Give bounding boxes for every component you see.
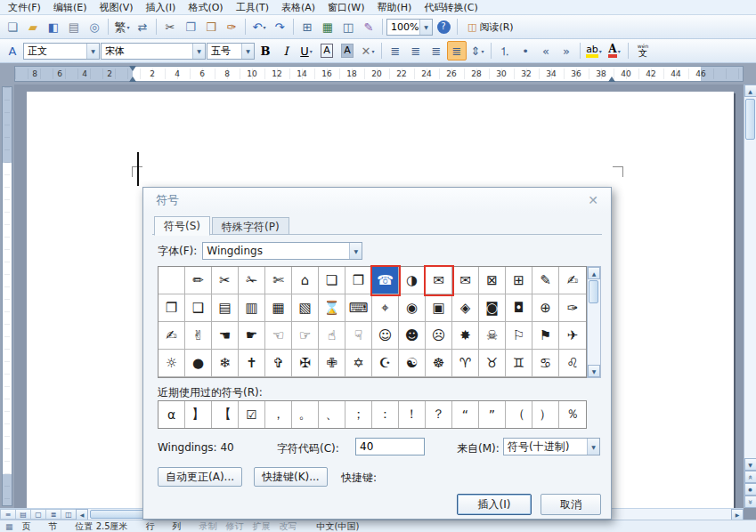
status-toggle[interactable]: 修订 [226,520,244,532]
symbol-cell[interactable]: ✉ [426,267,452,294]
chevron-down-icon[interactable]: ▼ [587,439,599,455]
symbol-cell[interactable]: ▣ [426,294,452,322]
grid-scroll-thumb[interactable] [589,280,598,303]
symbol-grid-scrollbar[interactable]: ▲ ▼ [587,266,601,378]
help-button[interactable]: ? [434,17,453,36]
first-line-indent-marker[interactable] [129,66,136,71]
symbol-cell[interactable]: ✏ [185,267,212,294]
align-center-button[interactable]: ≣ [406,41,426,60]
symbol-cell[interactable]: ⌂ [292,267,319,294]
symbol-cell[interactable]: ☸ [426,350,452,377]
symbol-cell[interactable]: ▥ [239,294,265,322]
symbol-cell[interactable]: ♈ [452,350,479,377]
print-button[interactable]: ▤ [64,17,84,36]
dialog-title-bar[interactable]: 符号 ✕ [143,188,611,213]
recent-symbol-cell[interactable]: ☑ [239,401,265,428]
horizontal-ruler-bar[interactable]: 8642246810121416182022242628303234363840… [14,66,744,82]
cancel-button[interactable]: 取消 [541,494,601,515]
symbol-cell[interactable]: ❏ [319,267,345,294]
reading-view-button[interactable]: ◫ [61,509,76,520]
recent-symbol-cell[interactable]: α [159,401,185,428]
recent-symbol-cell[interactable]: ！ [399,401,426,428]
menu-item-window[interactable]: 窗口(W) [321,0,370,15]
recent-symbol-cell[interactable]: （ [506,401,532,428]
zoom-combobox[interactable]: 100%▼ [386,19,433,36]
symbol-cell[interactable]: ⌖ [372,294,399,322]
italic-button[interactable]: I [276,41,296,60]
recent-symbol-cell[interactable]: ） [532,401,559,428]
recent-symbol-cell[interactable]: “ [452,401,479,428]
recent-symbol-cell[interactable]: ？ [426,401,452,428]
symbol-cell[interactable]: ✝ [239,350,265,377]
recent-symbol-cell[interactable]: ： [372,401,399,428]
symbol-cell[interactable]: ⚑ [532,322,559,350]
symbol-cell[interactable]: ☞ [292,322,319,350]
decrease-indent-button[interactable]: « [536,41,556,60]
align-left-button[interactable]: ≣ [386,41,405,60]
recent-symbol-cell[interactable]: ％ [559,401,586,428]
symbol-cell[interactable]: ☟ [345,322,372,350]
symbol-cell[interactable]: ❐ [159,294,185,322]
right-indent-marker[interactable] [608,77,615,82]
symbol-cell[interactable]: ▦ [265,294,292,322]
symbol-cell[interactable]: ◙ [479,294,506,322]
new-document-button[interactable]: ❏ [3,17,22,36]
symbol-cell[interactable]: ✁ [239,267,265,294]
menu-item-insert[interactable]: 插入(I) [140,0,183,15]
symbol-font-combobox[interactable]: Wingdings ▼ [202,242,362,260]
hanging-indent-marker[interactable] [129,77,136,82]
symbol-cell[interactable]: ◘ [506,294,532,322]
symbol-cell[interactable]: ⌛ [319,294,345,322]
character-code-input[interactable] [355,438,425,455]
symbol-cell[interactable]: ✂ [212,267,239,294]
symbol-cell[interactable]: ♉ [479,350,506,377]
symbol-cell[interactable]: ♋ [532,350,559,377]
menu-item-format[interactable]: 格式(O) [182,0,229,15]
vertical-scrollbar[interactable]: ▲ ▼ « ● » [744,85,756,508]
chevron-down-icon[interactable]: ▼ [241,44,254,59]
bullets-button[interactable]: • [516,41,535,60]
menu-item-table[interactable]: 表格(A) [275,0,321,15]
insert-table-button[interactable]: ⊞ [297,17,317,36]
font-combobox[interactable]: 宋体▼ [101,43,206,60]
symbol-cell[interactable]: ☝ [319,322,345,350]
recent-symbol-cell[interactable]: ； [345,401,372,428]
drawing-button[interactable]: ✎ [359,17,378,36]
scroll-up-button[interactable]: ▲ [744,85,756,97]
font-size-combobox[interactable]: 五号▼ [207,43,255,60]
grid-scroll-up-button[interactable]: ▲ [588,267,600,279]
symbol-cell[interactable]: ⊠ [479,267,506,294]
undo-button[interactable]: ↶▾ [249,17,269,36]
browse-object-button[interactable]: ● [744,483,756,496]
symbol-cell[interactable]: ✸ [452,322,479,350]
symbol-cell[interactable]: ❄ [212,350,239,377]
symbol-cell[interactable]: ⌨ [345,294,372,322]
symbol-cell[interactable]: ✍ [559,267,586,294]
symbol-cell[interactable]: ❑ [185,294,212,322]
align-justify-button[interactable]: ≣ [447,41,467,60]
horizontal-ruler[interactable]: 8642246810121416182022242628303234363840… [0,63,756,85]
status-toggle[interactable]: 改写 [280,520,297,532]
align-right-button[interactable]: ≣ [427,41,446,60]
reading-layout-button[interactable]: ◫阅读(R) [461,17,520,36]
format-painter-button[interactable]: ✑ [222,17,241,36]
insert-button[interactable]: 插入(I) [457,494,532,515]
symbol-cell[interactable]: ◈ [452,294,479,322]
symbol-cell[interactable]: ● [185,350,212,377]
symbol-cell[interactable]: ☠ [479,322,506,350]
symbol-cell[interactable]: ◉ [399,294,426,322]
shortcut-key-button[interactable]: 快捷键(K)... [254,467,328,487]
paste-button[interactable]: ❒ [201,17,221,36]
symbol-cell[interactable]: ☼ [159,350,185,377]
symbol-cell[interactable]: ✑ [559,294,586,322]
from-combobox[interactable]: 符号(十进制) ▼ [503,438,600,455]
recent-symbol-cell[interactable]: 【 [212,401,239,428]
recent-symbol-cell[interactable]: 。 [292,401,319,428]
autocorrect-button[interactable]: 自动更正(A)... [158,467,242,487]
symbol-cell[interactable]: ☜ [265,322,292,350]
normal-view-button[interactable]: ≡ [0,509,15,520]
chevron-down-icon[interactable]: ▼ [419,20,432,35]
recent-symbol-cell[interactable]: 、 [319,401,345,428]
symbol-cell[interactable]: ✄ [265,267,292,294]
chevron-down-icon[interactable]: ▼ [192,44,205,59]
